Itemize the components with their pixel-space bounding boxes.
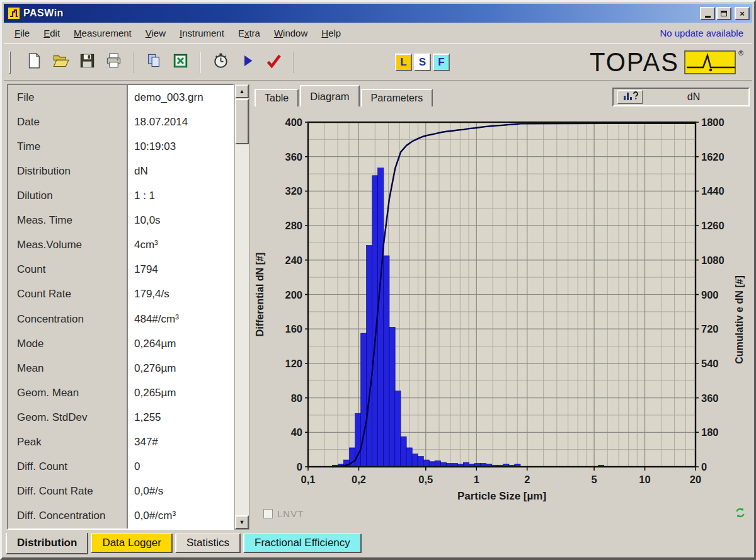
detail-value: 1,255 [127, 405, 233, 430]
copy-button[interactable] [142, 51, 165, 74]
svg-text:720: 720 [701, 323, 719, 334]
save-button[interactable] [76, 51, 98, 74]
detail-label: Distribution [8, 159, 127, 183]
new-document-button[interactable] [23, 51, 45, 74]
detail-label: Diff. Count [8, 455, 127, 479]
lsf-button-group: LSF [395, 54, 450, 71]
update-status[interactable]: No update available [660, 28, 748, 38]
title-bar[interactable]: PASWin × [4, 4, 752, 23]
detail-row-dilution: Dilution1 : 1 [8, 183, 233, 208]
size-channel-l-button[interactable]: L [395, 54, 412, 71]
svg-text:200: 200 [285, 289, 302, 300]
accept-check-icon [265, 52, 282, 72]
toolbar-separator [293, 52, 294, 73]
detail-row-file: Filedemo_003.grn [8, 85, 233, 110]
svg-text:5: 5 [591, 474, 597, 485]
diagram-type-button[interactable] [617, 90, 643, 104]
bottom-tab-fractional-efficiency[interactable]: Fractional Efficiency [243, 534, 362, 553]
detail-value: 10,0s [127, 209, 233, 233]
detail-value: 0,0#/s [127, 479, 233, 504]
svg-text:0: 0 [297, 461, 302, 472]
svg-text:0,1: 0,1 [301, 474, 316, 485]
start-measurement-button[interactable] [236, 51, 258, 74]
bottom-tab-distribution[interactable]: Distribution [6, 533, 88, 554]
bottom-tab-statistics[interactable]: Statistics [175, 534, 241, 553]
detail-value: 179,4/s [127, 282, 233, 307]
brand-area: TOPAS ® [590, 49, 747, 76]
size-channel-f-button[interactable]: F [433, 54, 450, 71]
svg-text:240: 240 [285, 254, 302, 266]
scroll-thumb[interactable] [235, 99, 249, 144]
svg-text:80: 80 [291, 392, 302, 404]
detail-label: Diff. Count Rate [8, 479, 127, 504]
copy-icon [146, 52, 163, 72]
detail-value: 18.07.2014 [127, 110, 233, 134]
open-file-button[interactable] [49, 51, 72, 74]
detail-row-time: Time10:19:03 [8, 134, 233, 159]
tab-parameters[interactable]: Parameters [361, 89, 433, 106]
size-channel-s-button[interactable]: S [414, 54, 431, 71]
chart-panel: TableDiagramParameters dN 04080120160200… [252, 83, 755, 531]
svg-text:280: 280 [285, 220, 302, 231]
minimize-icon [705, 16, 711, 18]
detail-row-concentration: Concentration484#/cm³ [8, 307, 233, 331]
chart-header-strip: dN [612, 88, 750, 106]
menu-window[interactable]: Window [267, 25, 314, 41]
refresh-icon[interactable] [735, 507, 746, 518]
stopwatch-button[interactable] [209, 51, 232, 74]
svg-text:320: 320 [285, 185, 302, 197]
detail-value: dN [127, 159, 233, 183]
detail-row-count: Count1794 [8, 258, 233, 282]
scroll-up-icon[interactable]: ▲ [235, 84, 249, 98]
toolbar-grip[interactable] [9, 51, 11, 74]
chart-question-icon [622, 89, 638, 105]
svg-text:900: 900 [701, 289, 719, 300]
detail-value: 0,0#/cm³ [127, 504, 233, 529]
svg-text:360: 360 [701, 392, 719, 404]
accept-check-button[interactable] [262, 51, 285, 74]
detail-row-mode: Mode0,264µm [8, 331, 233, 356]
menu-view[interactable]: View [139, 25, 173, 41]
svg-text:1: 1 [474, 474, 479, 485]
export-excel-button[interactable] [169, 51, 192, 74]
tab-diagram[interactable]: Diagram [300, 85, 359, 106]
toolbar-separator [133, 52, 134, 73]
menu-extra[interactable]: Extra [231, 25, 267, 41]
detail-value: 484#/cm³ [127, 307, 233, 331]
menu-help[interactable]: Help [314, 25, 348, 41]
detail-value: demo_003.grn [127, 85, 233, 110]
detail-label: Date [8, 110, 127, 134]
svg-text:40: 40 [291, 426, 302, 438]
detail-label: Peak [8, 430, 127, 455]
detail-row-distribution: DistributiondN [8, 159, 233, 183]
distribution-type-label: dN [643, 91, 745, 103]
details-scrollbar[interactable]: ▲ ▼ [234, 84, 249, 530]
minimize-button[interactable] [700, 7, 715, 20]
x-axis-title: Particle Size [µm] [457, 490, 546, 502]
svg-text:2: 2 [524, 474, 530, 485]
detail-row-count-rate: Count Rate179,4/s [8, 282, 233, 307]
lnvt-checkbox[interactable] [263, 509, 273, 518]
print-button[interactable] [102, 51, 125, 74]
menu-instrument[interactable]: Instrument [173, 25, 231, 41]
menu-file[interactable]: File [8, 25, 37, 41]
close-button[interactable]: × [735, 7, 750, 20]
registered-mark: ® [738, 49, 743, 57]
tab-table[interactable]: Table [255, 89, 299, 106]
svg-text:0,2: 0,2 [352, 474, 366, 485]
y-right-axis-title: Cumulativ e dN [#] [734, 275, 745, 363]
detail-value: 10:19:03 [127, 134, 233, 159]
menu-edit[interactable]: Edit [37, 25, 67, 41]
maximize-button[interactable] [716, 7, 731, 20]
lnvt-option: LNVT [263, 508, 304, 519]
menu-measurement[interactable]: Measurement [67, 25, 139, 41]
scroll-track[interactable] [235, 144, 249, 515]
bottom-tab-data-logger[interactable]: Data Logger [91, 534, 173, 553]
svg-text:1620: 1620 [701, 151, 724, 163]
detail-label: Count Rate [8, 282, 127, 307]
detail-value: 4cm³ [127, 233, 233, 258]
chart-svg: 0408012016020024028032036040001803605407… [253, 108, 754, 508]
detail-row-diff-concentration: Diff. Concentration0,0#/cm³ [8, 504, 233, 529]
scroll-down-icon[interactable]: ▼ [235, 515, 249, 529]
topas-peak-logo-icon [684, 49, 737, 76]
